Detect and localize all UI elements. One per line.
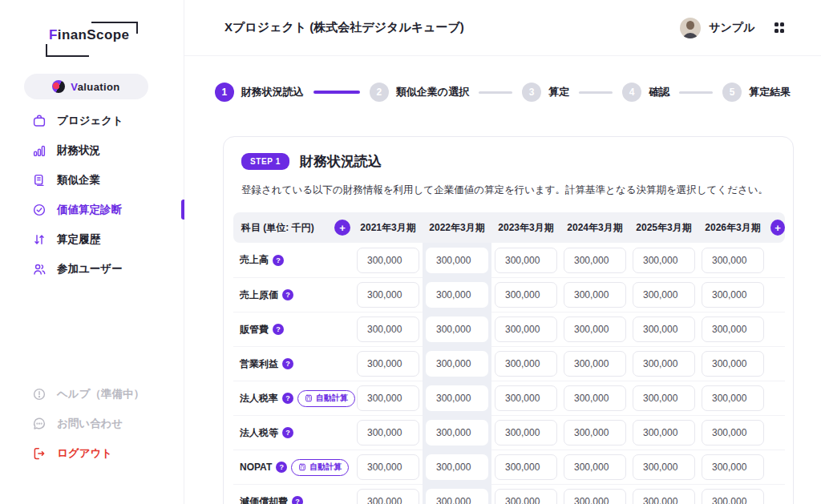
sidebar-item-footer-1[interactable]: お問い合わせ — [0, 409, 184, 438]
period-column-header-1[interactable]: 2022年3月期 — [426, 221, 488, 235]
period-column-header-4[interactable]: 2025年3月期 — [633, 221, 695, 235]
value-cell — [702, 489, 764, 504]
value-input-r5-c1[interactable] — [426, 420, 488, 446]
value-input-r3-c5[interactable] — [702, 351, 764, 377]
apps-grid-icon[interactable] — [774, 22, 785, 33]
value-input-r0-c1[interactable] — [426, 248, 488, 273]
value-input-r6-c2[interactable] — [495, 454, 557, 480]
value-input-r6-c5[interactable] — [702, 454, 764, 480]
value-input-r7-c0[interactable] — [357, 489, 419, 504]
value-input-r1-c0[interactable] — [357, 282, 419, 308]
period-column-header-2[interactable]: 2023年3月期 — [495, 221, 557, 235]
value-input-r4-c5[interactable] — [702, 385, 764, 411]
value-input-r3-c4[interactable] — [633, 351, 695, 377]
period-column-header-3[interactable]: 2024年3月期 — [564, 221, 626, 235]
add-period-right-button[interactable]: + — [770, 220, 785, 236]
value-input-r4-c2[interactable] — [495, 385, 557, 411]
value-input-r3-c2[interactable] — [495, 351, 557, 377]
value-input-r5-c2[interactable] — [495, 420, 557, 446]
project-title: Xプロジェクト (株式会社デジタルキューブ) — [224, 20, 464, 35]
value-input-r7-c5[interactable] — [702, 489, 764, 504]
value-input-r1-c1[interactable] — [426, 282, 488, 308]
help-icon[interactable]: ? — [273, 255, 284, 266]
value-input-r2-c3[interactable] — [564, 317, 626, 342]
value-input-r2-c4[interactable] — [633, 317, 695, 342]
sidebar-item-footer-2[interactable]: ログアウト — [0, 438, 184, 468]
value-input-r6-c0[interactable] — [357, 454, 419, 480]
value-input-r6-c4[interactable] — [633, 454, 695, 480]
help-icon[interactable]: ? — [276, 462, 287, 473]
stepper-step-2[interactable]: 2類似企業の選択 — [370, 83, 469, 102]
value-input-r4-c0[interactable] — [357, 385, 419, 411]
sidebar-item-2[interactable]: 類似企業 — [0, 165, 184, 195]
auto-calc-badge: 自動計算 — [297, 390, 355, 407]
value-cell — [495, 282, 557, 308]
value-input-r5-c3[interactable] — [564, 420, 626, 446]
value-input-r2-c0[interactable] — [357, 317, 419, 342]
value-input-r1-c5[interactable] — [702, 282, 764, 308]
value-input-r1-c3[interactable] — [564, 282, 626, 308]
value-input-r6-c1[interactable] — [426, 454, 488, 480]
value-input-r7-c2[interactable] — [495, 489, 557, 504]
step-badge: STEP 1 — [241, 153, 289, 170]
value-input-r5-c4[interactable] — [633, 420, 695, 446]
user-avatar[interactable] — [680, 18, 701, 38]
value-input-r0-c2[interactable] — [495, 248, 557, 273]
value-input-r2-c1[interactable] — [426, 317, 488, 342]
section-description: 登録されている以下の財務情報を利用して企業価値の算定を行います。計算基準となる決… — [241, 183, 768, 197]
value-input-r1-c2[interactable] — [495, 282, 557, 308]
value-input-r3-c1[interactable] — [426, 351, 488, 377]
value-input-r4-c4[interactable] — [633, 385, 695, 411]
value-cell — [426, 489, 488, 504]
value-input-r2-c5[interactable] — [702, 317, 764, 342]
help-icon[interactable]: ? — [282, 393, 293, 404]
step-label: 財務状況読込 — [241, 85, 304, 99]
value-input-r0-c5[interactable] — [702, 248, 764, 273]
row-label-text: 法人税率 — [240, 392, 278, 405]
value-input-r0-c3[interactable] — [564, 248, 626, 273]
value-input-r7-c4[interactable] — [633, 489, 695, 504]
value-input-r0-c4[interactable] — [633, 248, 695, 273]
step-number: 2 — [370, 83, 389, 102]
value-input-r7-c3[interactable] — [564, 489, 626, 504]
sidebar-item-footer-0[interactable]: ヘルプ（準備中） — [0, 379, 184, 409]
value-input-r4-c3[interactable] — [564, 385, 626, 411]
sort-arrows-icon — [32, 232, 47, 247]
period-column-header-5[interactable]: 2026年3月期 — [702, 221, 764, 235]
step-label: 確認 — [649, 85, 669, 99]
value-input-r3-c0[interactable] — [357, 351, 419, 377]
value-input-r2-c2[interactable] — [495, 317, 557, 342]
value-cell — [633, 282, 695, 308]
stepper-step-3[interactable]: 3算定 — [522, 83, 569, 102]
help-icon[interactable]: ? — [292, 496, 303, 504]
value-cell — [357, 454, 419, 480]
sidebar-item-4[interactable]: 算定履歴 — [0, 224, 184, 254]
stepper-step-4[interactable]: 4確認 — [622, 83, 669, 102]
sidebar-item-5[interactable]: 参加ユーザー — [0, 254, 184, 284]
help-icon[interactable]: ? — [282, 358, 293, 369]
stepper-step-1[interactable]: 1財務状況読込 — [215, 83, 304, 102]
value-cell — [495, 317, 557, 342]
value-cell — [495, 385, 557, 411]
row-label: 法人税等? — [233, 426, 350, 440]
help-icon[interactable]: ? — [282, 289, 293, 300]
stepper-step-5[interactable]: 5算定結果 — [722, 83, 791, 102]
value-input-r6-c3[interactable] — [564, 454, 626, 480]
value-input-r3-c3[interactable] — [564, 351, 626, 377]
value-input-r5-c0[interactable] — [357, 420, 419, 446]
sidebar-item-3[interactable]: 価値算定診断 — [0, 195, 184, 224]
value-cell — [564, 282, 626, 308]
value-input-r5-c5[interactable] — [702, 420, 764, 446]
value-input-r1-c4[interactable] — [633, 282, 695, 308]
add-period-left-button[interactable]: + — [334, 220, 350, 236]
value-input-r4-c1[interactable] — [426, 385, 488, 411]
value-input-r0-c0[interactable] — [357, 248, 419, 273]
sidebar-item-0[interactable]: プロジェクト — [0, 106, 184, 135]
sidebar-item-1[interactable]: 財務状況 — [0, 135, 184, 165]
help-icon[interactable]: ? — [282, 427, 293, 438]
value-input-r7-c1[interactable] — [426, 489, 488, 504]
sidebar-footer-nav: ヘルプ（準備中）お問い合わせログアウト — [0, 379, 184, 468]
step-number: 3 — [522, 83, 541, 102]
help-icon[interactable]: ? — [273, 324, 284, 335]
period-column-header-0[interactable]: 2021年3月期 — [357, 221, 419, 235]
